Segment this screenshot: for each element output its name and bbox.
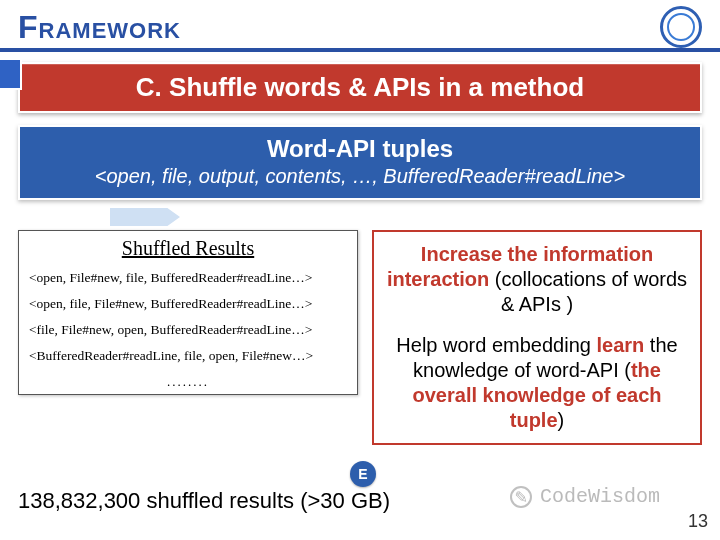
word-api-tuples-box: Word-API tuples <open, file, output, con… [18,125,702,200]
tuples-heading: Word-API tuples [30,135,690,163]
arrow-down-icon [110,208,180,226]
shuffled-heading: Shuffled Results [29,237,347,260]
title-bar: Framework [0,0,720,52]
shuffled-row: <BufferedReader#readLine, file, open, Fi… [29,348,347,364]
slide-title: Framework [18,9,181,46]
watermark-text: CodeWisdom [540,485,660,508]
info-p2: Help word embedding learn the knowledge … [386,333,688,433]
shuffled-ellipsis: ........ [29,374,347,390]
info-p2-a: Help word embedding [396,334,596,356]
left-tab-decoration [0,58,22,90]
shuffled-results-box: Shuffled Results <open, File#new, file, … [18,230,358,395]
page-number: 13 [688,511,708,532]
shuffled-row: <open, file, File#new, BufferedReader#re… [29,296,347,312]
shuffled-row: <open, File#new, file, BufferedReader#re… [29,270,347,286]
info-p2-c: ) [558,409,565,431]
badge-e-icon: E [350,461,376,487]
lower-row: Shuffled Results <open, File#new, file, … [0,230,720,445]
section-title: C. Shuffle words & APIs in a method [18,62,702,113]
watermark: ✎ CodeWisdom [510,485,660,508]
info-p1-rest: (collocations of words & APIs ) [489,268,687,315]
info-p2-learn: learn [596,334,644,356]
shuffled-row: <file, File#new, open, BufferedReader#re… [29,322,347,338]
university-logo-icon [660,6,702,48]
footer-count: 138,832,300 shuffled results (>30 GB) [18,488,390,514]
info-box: Increase the information interaction (co… [372,230,702,445]
tuples-example: <open, file, output, contents, …, Buffer… [30,165,690,188]
info-p1: Increase the information interaction (co… [386,242,688,317]
watermark-icon: ✎ [510,486,532,508]
